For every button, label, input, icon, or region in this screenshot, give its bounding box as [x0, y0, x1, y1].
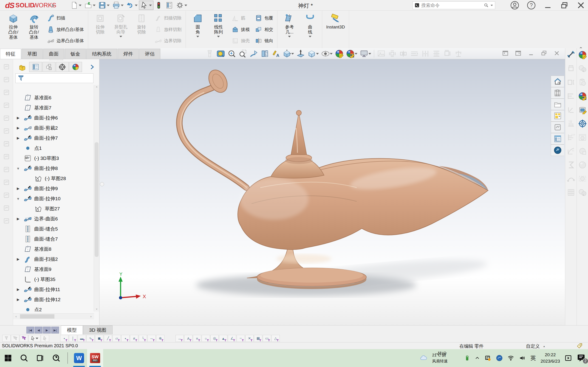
solidworks-taskbar-button[interactable]: SW2021 — [87, 349, 103, 367]
view-settings-button[interactable] — [359, 49, 372, 58]
filter-notes-button[interactable]: ≡ — [193, 335, 201, 342]
expand-icon[interactable]: ▶ — [16, 217, 20, 221]
filter-planes-button[interactable]: ▱ — [112, 335, 121, 342]
filter-dimensions-button[interactable]: ↔ — [175, 335, 184, 342]
filter-faces-button[interactable]: ▬ — [78, 335, 86, 342]
file-properties-button[interactable] — [164, 1, 174, 10]
annotation-view-button[interactable]: A — [271, 49, 281, 58]
scroll-thumb[interactable] — [95, 142, 99, 257]
left-toolbar-icon-2[interactable] — [3, 76, 10, 83]
lofted-boss-button[interactable]: 放样凸台/基体 — [45, 25, 85, 35]
curves-button-dropdown-icon[interactable] — [309, 36, 311, 37]
rebuild-button[interactable] — [153, 1, 164, 10]
invert-selection-button[interactable] — [41, 335, 49, 342]
taskpane-forum-tab[interactable]: 3D — [551, 144, 564, 156]
expand-icon[interactable]: ▶ — [16, 136, 20, 140]
search-dropdown-icon[interactable] — [491, 5, 493, 6]
left-toolbar-icon-9[interactable] — [3, 166, 10, 173]
tree-item-基准面9[interactable]: 基准面9 — [13, 264, 94, 274]
left-toolbar-icon-11[interactable] — [3, 192, 10, 199]
collapse-icon[interactable]: ▼ — [16, 197, 20, 201]
wrap-button[interactable]: 包覆 — [253, 13, 275, 23]
display-style-button-dropdown-icon[interactable] — [316, 53, 319, 55]
app-tray-icon[interactable] — [496, 355, 503, 361]
tree-item-曲面-缝合5[interactable]: 曲面-缝合5 — [13, 224, 94, 234]
tree-item-边界-曲面6[interactable]: ▶边界-曲面6 — [13, 214, 94, 224]
undo-button[interactable] — [125, 1, 139, 10]
tree-filter-box[interactable] — [15, 73, 94, 83]
edit-decal-button[interactable] — [578, 106, 587, 114]
panel-grip[interactable] — [49, 60, 63, 61]
featuremanager-tab[interactable] — [16, 62, 29, 72]
tree-filter-input[interactable] — [26, 76, 91, 81]
filter-edges-button[interactable]: │ — [69, 335, 77, 342]
tree-item-曲面-拉伸11[interactable]: ▶曲面-拉伸11 — [13, 284, 94, 294]
filter-blocks-button[interactable]: ▭ — [263, 335, 271, 342]
left-toolbar-icon-6[interactable] — [3, 127, 10, 134]
extruded-boss-button[interactable]: 拉伸 凸台/ 基体 — [4, 12, 23, 47]
hscroll-thumb[interactable] — [20, 314, 54, 319]
expand-icon[interactable]: ▶ — [16, 116, 20, 120]
enable-all-filters-button[interactable] — [20, 335, 28, 342]
boundary-boss-button[interactable]: 边界凸台/基体 — [45, 36, 85, 46]
scroll-down-icon[interactable]: ⌄ — [94, 306, 99, 311]
collapse-icon[interactable]: ▼ — [16, 167, 20, 170]
hide-show-items-button-dropdown-icon[interactable] — [330, 53, 333, 55]
select-tool-button-dropdown-icon[interactable] — [36, 338, 38, 339]
previous-window-button[interactable] — [502, 50, 509, 57]
filter-balloons-button[interactable]: ○ — [202, 335, 210, 342]
tree-vertical-scrollbar[interactable]: ⌃ ⌄ — [94, 85, 99, 311]
ime-indicator[interactable]: 英 — [530, 354, 536, 362]
video-popup-icon[interactable] — [565, 354, 572, 362]
select-button[interactable] — [139, 1, 153, 10]
fillet-button[interactable]: 圆 角 — [188, 12, 208, 47]
apply-scene-button-dropdown-icon[interactable] — [355, 53, 357, 55]
previous-tab-button[interactable]: ◀ — [35, 327, 43, 334]
view-orientation-button-dropdown-icon[interactable] — [291, 53, 294, 55]
expand-icon[interactable]: ▶ — [16, 287, 20, 292]
first-tab-button[interactable]: |◀ — [26, 327, 34, 334]
apply-scene-button-2[interactable] — [578, 92, 587, 100]
volume-icon[interactable] — [519, 355, 526, 361]
save-button[interactable] — [97, 1, 111, 10]
filter-centerlines-button[interactable]: ╌ — [237, 335, 245, 342]
word-taskbar-button[interactable]: W — [71, 349, 87, 367]
hidden-icons-chevron[interactable] — [475, 356, 480, 361]
options-button[interactable] — [174, 1, 189, 10]
clear-all-filters-button[interactable] — [11, 335, 19, 342]
filter-toggle-button[interactable] — [2, 335, 10, 342]
dimxpert-target-button[interactable] — [578, 119, 587, 128]
displaymanager-tab[interactable] — [69, 62, 82, 72]
scroll-up-icon[interactable]: ⌃ — [94, 85, 99, 91]
notification-center-button[interactable]: 2 — [577, 353, 587, 363]
weather-fan-widget[interactable]: 21°C 阴 --转/分 风扇转速 — [432, 351, 460, 365]
edit-appearance-button-2[interactable] — [578, 50, 587, 59]
zoom-fit-button[interactable] — [226, 49, 237, 58]
left-toolbar-icon-13[interactable] — [3, 217, 10, 224]
help-icon[interactable]: ? — [526, 1, 536, 10]
fillet-button-dropdown-icon[interactable] — [196, 36, 199, 37]
command-search[interactable] — [413, 1, 495, 9]
lamp-3d-model[interactable] — [99, 59, 565, 325]
edit-appearance-button[interactable] — [334, 49, 345, 58]
left-toolbar-icon-12[interactable] — [3, 205, 10, 211]
ribbon-tab-结构系统[interactable]: 结构系统 — [86, 49, 117, 59]
close-doc-button[interactable] — [553, 50, 561, 57]
instant3d-button[interactable]: Instant3D — [325, 12, 346, 47]
custom-dropdown-icon[interactable]: ▲ — [543, 345, 545, 348]
ribbon-tab-草图[interactable]: 草图 — [22, 49, 43, 59]
ribbon-tab-钣金[interactable]: 钣金 — [65, 49, 86, 59]
expand-panel-icon[interactable] — [88, 64, 95, 70]
last-tab-button[interactable]: ▶| — [51, 327, 59, 334]
filter-weld-symbols-button[interactable]: ∠ — [228, 335, 236, 342]
doc-tab-模型[interactable]: 模型 — [61, 325, 83, 335]
onedrive-icon[interactable] — [420, 354, 427, 362]
options-button-dropdown-icon[interactable] — [184, 5, 187, 6]
left-toolbar-icon-1[interactable] — [3, 63, 10, 70]
menu-flyout-icon[interactable] — [50, 3, 56, 9]
close-button[interactable] — [576, 1, 586, 10]
rotation-lock-icon[interactable] — [484, 355, 491, 361]
view-settings-button-dropdown-icon[interactable] — [368, 53, 371, 55]
expand-icon[interactable]: ▶ — [16, 298, 20, 302]
dimxpertmanager-tab[interactable] — [56, 62, 69, 72]
